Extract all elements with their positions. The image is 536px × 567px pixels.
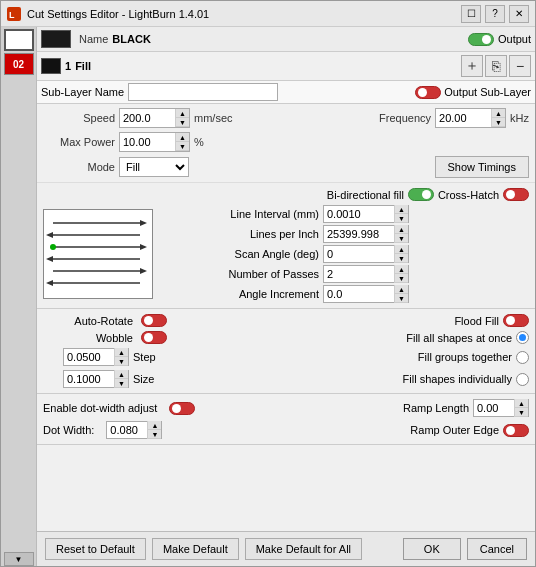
ramp-up[interactable]: ▲ <box>515 399 528 408</box>
cancel-button[interactable]: Cancel <box>467 538 527 560</box>
speed-input[interactable] <box>120 109 175 127</box>
ramp-outer-edge-label: Ramp Outer Edge <box>410 424 499 436</box>
num-passes-spinbox[interactable]: ▲ ▼ <box>323 265 409 283</box>
frequency-input[interactable] <box>436 109 491 127</box>
flood-fill-toggle[interactable] <box>503 314 529 327</box>
show-timings-button[interactable]: Show Timings <box>435 156 529 178</box>
power-up-btn[interactable]: ▲ <box>176 133 189 142</box>
size-down[interactable]: ▼ <box>115 379 128 388</box>
power-down-btn[interactable]: ▼ <box>176 142 189 151</box>
enable-dot-width-toggle[interactable] <box>169 402 195 415</box>
sidebar-scroll-down[interactable]: ▼ <box>4 552 34 566</box>
line-interval-up[interactable]: ▲ <box>395 205 408 214</box>
size-input[interactable] <box>64 371 114 387</box>
scan-angle-input[interactable] <box>324 246 394 262</box>
ramp-outer-toggle[interactable] <box>503 424 529 437</box>
restore-button[interactable]: ☐ <box>461 5 481 23</box>
speed-section: Speed ▲ ▼ mm/sec Frequency <box>37 104 535 183</box>
ramp-length-spinbox[interactable]: ▲ ▼ <box>473 399 529 417</box>
svg-marker-13 <box>46 280 53 286</box>
layer-item-00[interactable]: 00 <box>4 29 34 51</box>
angle-inc-up[interactable]: ▲ <box>395 285 408 294</box>
color-swatch[interactable] <box>41 30 71 48</box>
max-power-spinbox[interactable]: ▲ ▼ <box>119 132 190 152</box>
fill-groups-label: Fill groups together <box>418 351 512 363</box>
size-label: Size <box>133 373 154 385</box>
mode-select[interactable]: Fill <box>119 157 189 177</box>
dot-width-spinbox[interactable]: ▲ ▼ <box>106 421 162 439</box>
line-interval-down[interactable]: ▼ <box>395 214 408 223</box>
dot-width-input[interactable] <box>107 422 147 438</box>
top-row: Name BLACK Output <box>37 27 535 52</box>
size-spinbox[interactable]: ▲ ▼ <box>63 370 129 388</box>
fill-groups-radio[interactable] <box>516 351 529 364</box>
crosshatch-toggle[interactable] <box>503 188 529 201</box>
layer-item-02[interactable]: 02 <box>4 53 34 75</box>
fill-all-shapes-radio[interactable] <box>516 331 529 344</box>
svg-marker-3 <box>140 220 147 226</box>
max-power-input[interactable] <box>120 133 175 151</box>
num-passes-row: Number of Passes ▲ ▼ <box>159 265 529 283</box>
size-btns: ▲ ▼ <box>114 370 128 388</box>
speed-spinbox[interactable]: ▲ ▼ <box>119 108 190 128</box>
bi-directional-toggle[interactable] <box>408 188 434 201</box>
help-button[interactable]: ? <box>485 5 505 23</box>
dot-width-down[interactable]: ▼ <box>148 430 161 439</box>
output-sublayer-toggle[interactable] <box>415 86 441 99</box>
speed-up-btn[interactable]: ▲ <box>176 109 189 118</box>
add-fill-button[interactable]: ＋ <box>461 55 483 77</box>
scan-angle-down[interactable]: ▼ <box>395 254 408 263</box>
crosshatch-label: Cross-Hatch <box>438 189 499 201</box>
wobble-toggle[interactable] <box>141 331 167 344</box>
make-default-all-button[interactable]: Make Default for All <box>245 538 362 560</box>
close-button[interactable]: ✕ <box>509 5 529 23</box>
ramp-length-input[interactable] <box>474 400 514 416</box>
dot-width-up[interactable]: ▲ <box>148 421 161 430</box>
sublayer-input[interactable] <box>128 83 278 101</box>
angle-inc-down[interactable]: ▼ <box>395 294 408 303</box>
reset-to-default-button[interactable]: Reset to Default <box>45 538 146 560</box>
lines-per-inch-spinbox[interactable]: ▲ ▼ <box>323 225 409 243</box>
step-spinbox[interactable]: ▲ ▼ <box>63 348 129 366</box>
lines-per-inch-input[interactable] <box>324 226 394 242</box>
size-up[interactable]: ▲ <box>115 370 128 379</box>
scan-angle-up[interactable]: ▲ <box>395 245 408 254</box>
frequency-spinbox[interactable]: ▲ ▼ <box>435 108 506 128</box>
duplicate-fill-button[interactable]: ⎘ <box>485 55 507 77</box>
svg-text:L: L <box>9 10 15 20</box>
lpi-down[interactable]: ▼ <box>395 234 408 243</box>
angle-increment-label: Angle Increment <box>159 288 319 300</box>
lpi-up[interactable]: ▲ <box>395 225 408 234</box>
ok-button[interactable]: OK <box>403 538 461 560</box>
step-up[interactable]: ▲ <box>115 348 128 357</box>
svg-marker-11 <box>140 268 147 274</box>
line-interval-spinbox[interactable]: ▲ ▼ <box>323 205 409 223</box>
enable-dot-width-label: Enable dot-width adjust <box>43 402 157 414</box>
svg-marker-9 <box>46 256 53 262</box>
auto-rotate-toggle[interactable] <box>141 314 167 327</box>
line-interval-input[interactable] <box>324 206 394 222</box>
speed-down-btn[interactable]: ▼ <box>176 118 189 127</box>
auto-rotate-wobble-row: Auto-Rotate Flood Fill <box>43 312 529 329</box>
angle-increment-spinbox[interactable]: ▲ ▼ <box>323 285 409 303</box>
fill-all-shapes-label: Fill all shapes at once <box>406 332 512 344</box>
num-passes-input[interactable] <box>324 266 394 282</box>
wobble-fill-all-row: Wobble Fill all shapes at once <box>43 329 529 346</box>
passes-up[interactable]: ▲ <box>395 265 408 274</box>
make-default-button[interactable]: Make Default <box>152 538 239 560</box>
step-fill-groups-row: ▲ ▼ Step Fill groups together <box>43 346 529 368</box>
ramp-down[interactable]: ▼ <box>515 408 528 417</box>
passes-down[interactable]: ▼ <box>395 274 408 283</box>
dot-width-label: Dot Width: <box>43 424 94 436</box>
freq-down-btn[interactable]: ▼ <box>492 118 505 127</box>
scan-angle-spinbox[interactable]: ▲ ▼ <box>323 245 409 263</box>
svg-point-14 <box>50 244 56 250</box>
remove-fill-button[interactable]: − <box>509 55 531 77</box>
step-input[interactable] <box>64 349 114 365</box>
fill-individually-radio[interactable] <box>516 373 529 386</box>
step-down[interactable]: ▼ <box>115 357 128 366</box>
output-toggle[interactable] <box>468 33 494 46</box>
freq-spinbox-btns: ▲ ▼ <box>491 109 505 127</box>
freq-up-btn[interactable]: ▲ <box>492 109 505 118</box>
angle-increment-input[interactable] <box>324 286 394 302</box>
